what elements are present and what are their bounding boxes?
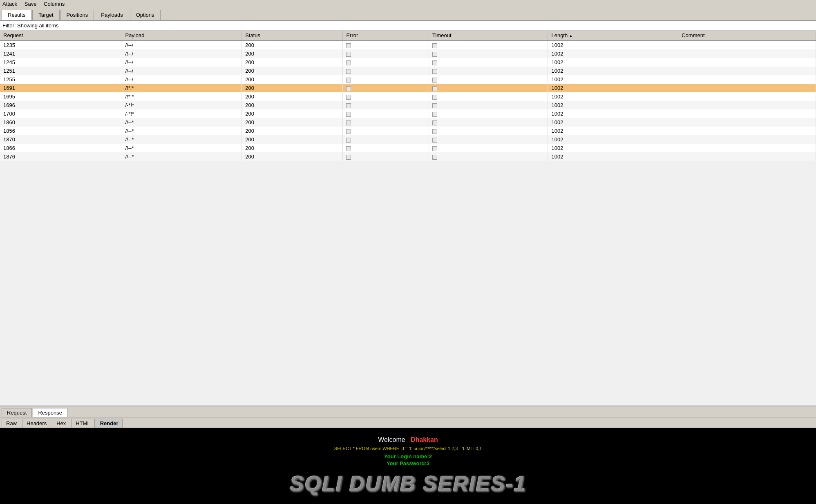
table-row[interactable]: 1876//--*2001002 <box>0 152 816 161</box>
sub-tabs: Raw Headers Hex HTML Render <box>0 417 816 428</box>
length-cell: 1002 <box>548 109 678 118</box>
error-checkbox[interactable] <box>346 95 351 100</box>
request-cell: 1696 <box>0 101 122 109</box>
status-cell: 200 <box>242 144 343 152</box>
payload-cell: /!*!* <box>122 84 242 92</box>
menu-attack[interactable]: Attack <box>2 1 17 7</box>
payload-cell: //--* <box>122 127 242 135</box>
request-cell: 1876 <box>0 152 122 161</box>
table-row[interactable]: 1691/!*!*2001002 <box>0 84 816 92</box>
col-timeout[interactable]: Timeout <box>429 31 548 40</box>
comment-cell <box>678 127 816 135</box>
tab-positions[interactable]: Positions <box>60 10 94 20</box>
error-checkbox[interactable] <box>346 138 351 143</box>
error-checkbox[interactable] <box>346 43 351 48</box>
error-checkbox[interactable] <box>346 86 351 91</box>
error-checkbox[interactable] <box>346 129 351 134</box>
render-welcome: Welcome Dhakkan <box>378 436 438 444</box>
main-tabs: Results Target Positions Payloads Option… <box>0 8 816 21</box>
table-row[interactable]: 1860//--*2001002 <box>0 118 816 127</box>
timeout-checkbox[interactable] <box>432 43 437 48</box>
error-checkbox[interactable] <box>346 52 351 57</box>
col-length[interactable]: Length <box>548 31 678 40</box>
subtab-hex[interactable]: Hex <box>52 419 70 428</box>
menu-save[interactable]: Save <box>25 1 37 7</box>
subtab-render[interactable]: Render <box>96 419 123 428</box>
error-checkbox[interactable] <box>346 120 351 125</box>
timeout-checkbox[interactable] <box>432 103 437 108</box>
timeout-checkbox[interactable] <box>432 95 437 100</box>
timeout-checkbox[interactable] <box>432 69 437 74</box>
length-cell: 1002 <box>548 58 678 67</box>
error-checkbox[interactable] <box>346 78 351 83</box>
timeout-checkbox[interactable] <box>432 52 437 57</box>
menu-bar: Attack Save Columns <box>0 0 816 8</box>
filter-text: Filter: Showing all items <box>2 22 58 29</box>
subtab-headers[interactable]: Headers <box>22 419 51 428</box>
table-row[interactable]: 1700/-*!*2001002 <box>0 109 816 118</box>
tab-response[interactable]: Response <box>33 408 67 417</box>
table-row[interactable]: 1696/-*!*2001002 <box>0 101 816 109</box>
render-password: Your Password:3 <box>387 460 429 466</box>
timeout-checkbox[interactable] <box>432 86 437 91</box>
error-checkbox[interactable] <box>346 60 351 65</box>
results-table-area[interactable]: Request Payload Status Error Timeout Len… <box>0 31 816 406</box>
timeout-checkbox[interactable] <box>432 112 437 117</box>
payload-cell: //--* <box>122 118 242 127</box>
col-status[interactable]: Status <box>242 31 343 40</box>
table-row[interactable]: 1870/!--*2001002 <box>0 135 816 144</box>
error-checkbox[interactable] <box>346 103 351 108</box>
timeout-checkbox[interactable] <box>432 155 437 160</box>
comment-cell <box>678 144 816 152</box>
tab-options[interactable]: Options <box>130 10 161 20</box>
table-row[interactable]: 1856//--*2001002 <box>0 127 816 135</box>
error-checkbox[interactable] <box>346 112 351 117</box>
subtab-html[interactable]: HTML <box>71 419 94 428</box>
comment-cell <box>678 101 816 109</box>
comment-cell <box>678 84 816 92</box>
status-cell: 200 <box>242 135 343 144</box>
col-request[interactable]: Request <box>0 31 122 40</box>
subtab-raw[interactable]: Raw <box>2 419 21 428</box>
request-cell: 1245 <box>0 58 122 67</box>
comment-cell <box>678 135 816 144</box>
request-cell: 1856 <box>0 127 122 135</box>
status-cell: 200 <box>242 40 343 49</box>
timeout-checkbox[interactable] <box>432 120 437 125</box>
render-login: Your Login name:2 <box>384 453 432 459</box>
col-error[interactable]: Error <box>343 31 429 40</box>
length-cell: 1002 <box>548 75 678 84</box>
upper-section: Filter: Showing all items Request Payloa… <box>0 21 816 406</box>
tab-results[interactable]: Results <box>2 10 31 20</box>
bottom-panel: Request Response Raw Headers Hex HTML Re… <box>0 406 816 504</box>
status-cell: 200 <box>242 118 343 127</box>
length-cell: 1002 <box>548 40 678 49</box>
error-checkbox[interactable] <box>346 155 351 160</box>
render-title: SQLI DUMB SERIES-1 <box>290 471 526 496</box>
table-row[interactable]: 1255//--/2001002 <box>0 75 816 84</box>
table-row[interactable]: 1251//--/2001002 <box>0 67 816 75</box>
tab-target[interactable]: Target <box>32 10 59 20</box>
comment-cell <box>678 109 816 118</box>
timeout-checkbox[interactable] <box>432 60 437 65</box>
table-row[interactable]: 1245/!--/2001002 <box>0 58 816 67</box>
timeout-checkbox[interactable] <box>432 78 437 83</box>
comment-cell <box>678 118 816 127</box>
status-cell: 200 <box>242 152 343 161</box>
timeout-checkbox[interactable] <box>432 138 437 143</box>
error-checkbox[interactable] <box>346 69 351 74</box>
tab-payloads[interactable]: Payloads <box>95 10 129 20</box>
table-row[interactable]: 1866/!--*2001002 <box>0 144 816 152</box>
timeout-checkbox[interactable] <box>432 146 437 151</box>
error-checkbox[interactable] <box>346 146 351 151</box>
col-payload[interactable]: Payload <box>122 31 242 40</box>
timeout-checkbox[interactable] <box>432 129 437 134</box>
table-row[interactable]: 1235//--/2001002 <box>0 40 816 49</box>
menu-columns[interactable]: Columns <box>44 1 65 7</box>
length-cell: 1002 <box>548 67 678 75</box>
comment-cell <box>678 40 816 49</box>
table-row[interactable]: 1241/!--/2001002 <box>0 49 816 58</box>
col-comment[interactable]: Comment <box>678 31 816 40</box>
tab-request[interactable]: Request <box>2 408 32 417</box>
table-row[interactable]: 1695/!*!*2001002 <box>0 92 816 101</box>
